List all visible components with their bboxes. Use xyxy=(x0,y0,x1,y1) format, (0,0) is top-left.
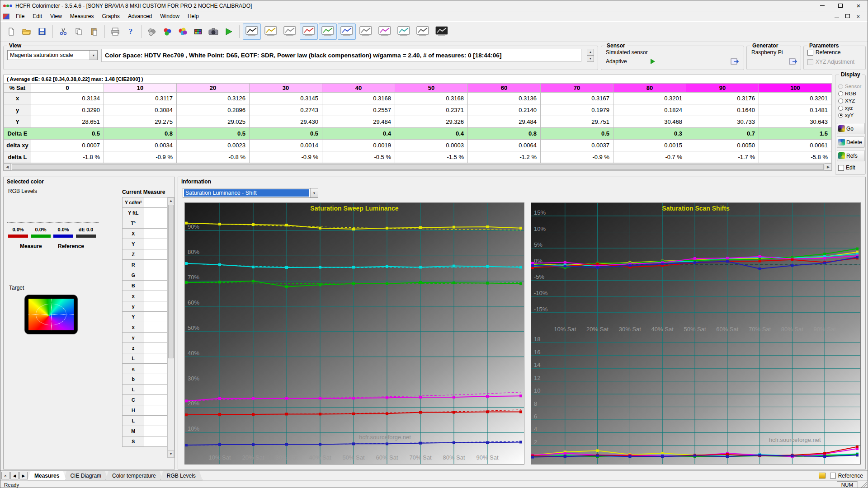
color-note-icon[interactable] xyxy=(819,473,826,479)
sensor-config-button[interactable] xyxy=(730,57,741,66)
measure-cell[interactable]: 0.3 xyxy=(613,128,686,140)
measure-value-cell[interactable] xyxy=(144,385,167,395)
spin-up-icon[interactable]: ▲ xyxy=(587,49,594,56)
measures-spinner[interactable]: ▲▼ xyxy=(587,49,594,62)
view-gamma-button[interactable] xyxy=(281,23,299,40)
menu-graphs[interactable]: Graphs xyxy=(98,12,124,21)
measure-cell[interactable]: 0.3084 xyxy=(104,104,177,116)
minimize-button[interactable] xyxy=(813,0,831,11)
saturation-scan-shifts-chart[interactable]: 15%10%5%0%-5%-10%-15%1816141210864210% S… xyxy=(531,202,861,465)
tab-color-temperature[interactable]: Color temperature xyxy=(105,471,163,480)
measure-cell[interactable]: 0.1481 xyxy=(759,104,832,116)
tab-rgb-levels[interactable]: RGB Levels xyxy=(160,471,203,480)
measure-value-cell[interactable] xyxy=(144,218,167,229)
scale-selector[interactable]: Magenta saturation scale ▼ xyxy=(7,50,98,60)
measure-cell[interactable]: 0.3176 xyxy=(686,93,759,104)
measure-cell[interactable]: 29.751 xyxy=(541,116,613,128)
menu-file[interactable]: File xyxy=(12,12,28,21)
view-cie-diagram-button[interactable] xyxy=(357,23,375,40)
measure-cell[interactable]: 0.7 xyxy=(686,128,759,140)
measure-cell[interactable]: 0.2896 xyxy=(177,104,250,116)
tab-cie-diagram[interactable]: CIE Diagram xyxy=(63,471,108,480)
view-color-temperature-button[interactable] xyxy=(319,23,337,40)
menu-measures[interactable]: Measures xyxy=(66,12,98,21)
sat-column-40[interactable]: 40 xyxy=(322,84,395,93)
measure-cell[interactable]: 0.0050 xyxy=(686,140,759,151)
measure-cell[interactable]: -0.5 % xyxy=(322,151,395,163)
measure-cell[interactable]: 0.3126 xyxy=(177,93,250,104)
measure-value-cell[interactable] xyxy=(144,333,167,343)
display-mode-xyz[interactable]: xyz xyxy=(838,105,865,111)
scroll-right-icon[interactable]: ▶ xyxy=(825,164,832,170)
measure-value-cell[interactable] xyxy=(144,322,167,333)
mdi-close-button[interactable]: × xyxy=(856,13,860,20)
cut-button[interactable] xyxy=(56,24,71,39)
measure-cell[interactable]: -1.8 % xyxy=(31,151,104,163)
go-button[interactable]: Go xyxy=(837,123,865,134)
measure-cell[interactable]: 29.484 xyxy=(468,116,541,128)
measure-cell[interactable]: 29.025 xyxy=(177,116,250,128)
view-grayscale-button[interactable] xyxy=(262,23,280,40)
target-gamut-thumbnail[interactable] xyxy=(24,295,78,334)
sat-column-0[interactable]: 0 xyxy=(31,84,104,93)
measure-value-cell[interactable] xyxy=(144,312,167,322)
measure-value-cell[interactable] xyxy=(144,208,167,218)
measure-cell[interactable]: 29.275 xyxy=(104,116,177,128)
measure-cell[interactable]: 0.3136 xyxy=(468,93,541,104)
sensor-balls-button[interactable] xyxy=(145,24,159,39)
resize-grip[interactable] xyxy=(861,482,867,488)
sat-column-90[interactable]: 90 xyxy=(686,84,759,93)
menu-edit[interactable]: Edit xyxy=(28,12,46,21)
measure-cell[interactable]: 30.643 xyxy=(759,116,832,128)
spin-down-icon[interactable]: ▼ xyxy=(587,56,594,62)
new-file-button[interactable] xyxy=(4,24,19,39)
measure-cell[interactable]: 0.5 xyxy=(541,128,613,140)
measure-value-cell[interactable] xyxy=(144,353,167,364)
current-measure-scrollbar[interactable]: ▲ ▼ xyxy=(167,197,175,458)
measure-cell[interactable]: -0.7 % xyxy=(613,151,686,163)
measure-cell[interactable]: 0.0015 xyxy=(613,140,686,151)
measure-value-cell[interactable] xyxy=(144,270,167,281)
measure-value-cell[interactable] xyxy=(144,405,167,416)
table-horizontal-scrollbar[interactable]: ◀ ▶ xyxy=(4,163,832,170)
display-mode-xyz[interactable]: XYZ xyxy=(838,98,865,104)
measure-cell[interactable]: -0.8 % xyxy=(177,151,250,163)
paste-button[interactable] xyxy=(87,24,101,39)
measure-value-cell[interactable] xyxy=(144,426,167,436)
sat-column-60[interactable]: 60 xyxy=(468,84,541,93)
measure-cell[interactable]: 0.3290 xyxy=(31,104,104,116)
measure-cell[interactable]: 0.0034 xyxy=(104,140,177,151)
delete-button[interactable]: Delete xyxy=(837,136,865,148)
measure-value-cell[interactable] xyxy=(144,197,167,208)
measure-cell[interactable]: 0.0007 xyxy=(31,140,104,151)
chevron-down-icon[interactable]: ▼ xyxy=(90,51,97,60)
measure-cell[interactable]: -5.8 % xyxy=(759,151,832,163)
sat-column-10[interactable]: 10 xyxy=(104,84,177,93)
view-free-measures-button[interactable] xyxy=(243,23,261,40)
measure-cell[interactable]: 0.0023 xyxy=(177,140,250,151)
measure-value-cell[interactable] xyxy=(144,364,167,374)
tab-measures[interactable]: Measures xyxy=(28,471,66,480)
measure-value-cell[interactable] xyxy=(144,374,167,385)
edit-checkbox[interactable]: Edit xyxy=(838,164,855,171)
measure-cell[interactable]: 1.5 xyxy=(759,128,832,140)
sat-column-70[interactable]: 70 xyxy=(541,84,613,93)
color-checker-button[interactable] xyxy=(191,24,205,39)
measure-cell[interactable]: 0.2371 xyxy=(395,104,468,116)
measure-cell[interactable]: 0.0003 xyxy=(395,140,468,151)
sat-column-100[interactable]: 100 xyxy=(759,84,832,93)
measure-cell[interactable]: 29.430 xyxy=(250,116,322,128)
copy-button[interactable] xyxy=(71,24,86,39)
measure-cell[interactable]: 0.5 xyxy=(31,128,104,140)
sensor-run-icon[interactable] xyxy=(651,59,655,64)
tab-close-button[interactable]: × xyxy=(1,472,9,479)
measure-cell[interactable]: 30.733 xyxy=(686,116,759,128)
measure-value-cell[interactable] xyxy=(144,436,167,447)
view-full-screen-button[interactable] xyxy=(433,23,451,40)
sat-column-80[interactable]: 80 xyxy=(613,84,686,93)
view-contrast-button[interactable] xyxy=(395,23,413,40)
measure-cell[interactable]: -0.9 % xyxy=(250,151,322,163)
mdi-restore-button[interactable] xyxy=(845,13,850,19)
measure-cell[interactable]: 0.1640 xyxy=(686,104,759,116)
refs-button[interactable]: Refs xyxy=(837,150,865,161)
